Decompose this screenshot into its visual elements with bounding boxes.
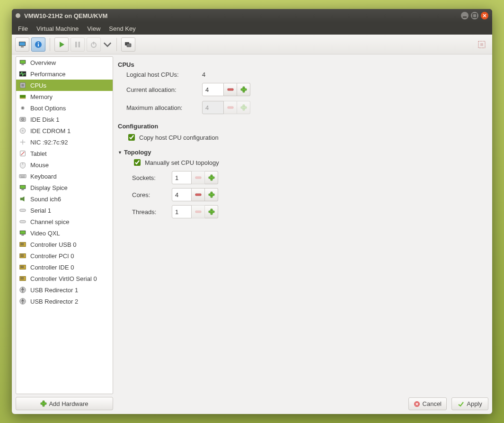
sidebar-item-channel-spice[interactable]: Channel spice (16, 216, 113, 227)
svg-rect-50 (22, 243, 24, 244)
threads-input[interactable] (172, 205, 192, 218)
sidebar-item-display-spice[interactable]: Display Spice (16, 182, 113, 193)
svg-rect-54 (21, 254, 22, 255)
sidebar-item-boot-options[interactable]: Boot Options (16, 102, 113, 114)
cancel-button[interactable]: Cancel (408, 397, 447, 410)
svg-rect-33 (19, 174, 26, 178)
copy-host-cpu-checkbox-row[interactable]: Copy host CPU configuration (126, 133, 487, 142)
copy-host-cpu-checkbox[interactable] (128, 134, 135, 141)
cores-increment[interactable] (205, 188, 218, 201)
sidebar-item-label: Boot Options (30, 105, 66, 112)
sockets-input[interactable] (172, 171, 192, 184)
svg-rect-18 (21, 64, 24, 65)
current-allocation-stepper (202, 83, 287, 96)
svg-rect-64 (21, 277, 22, 278)
sidebar-item-mouse[interactable]: Mouse (16, 159, 113, 171)
cores-decrement[interactable] (192, 188, 205, 201)
ctrl-icon (18, 240, 27, 249)
sidebar-item-video-qxl[interactable]: Video QXL (16, 227, 113, 239)
plus-icon (40, 400, 47, 407)
apply-icon (458, 401, 464, 407)
sidebar-item-usb-redirector-2[interactable]: USB Redirector 2 (16, 296, 113, 307)
svg-rect-49 (21, 243, 22, 244)
toolbar-play-button[interactable] (54, 37, 69, 52)
apply-button[interactable]: Apply (451, 397, 488, 410)
cores-input[interactable] (172, 188, 192, 201)
sidebar-item-label: NIC :92:7c:92 (30, 139, 68, 146)
sidebar-item-controller-pci-0[interactable]: Controller PCI 0 (16, 250, 113, 261)
svg-rect-0 (463, 17, 467, 18)
svg-rect-15 (480, 43, 483, 46)
monitor-icon (18, 58, 27, 67)
sidebar-item-performance[interactable]: Performance (16, 68, 113, 80)
screens-icon (124, 40, 133, 49)
chevron-down-icon (103, 40, 112, 49)
add-hardware-button[interactable]: Add Hardware (16, 397, 113, 410)
toolbar-fullscreen-button[interactable] (475, 37, 489, 52)
svg-rect-74 (241, 89, 247, 90)
sockets-increment[interactable] (205, 171, 218, 184)
apply-label: Apply (467, 400, 482, 407)
svg-rect-61 (21, 267, 22, 268)
sidebar-item-controller-ide-0[interactable]: Controller IDE 0 (16, 261, 113, 273)
section-topology-title: Topology (124, 149, 151, 156)
svg-rect-3 (19, 42, 25, 45)
sidebar-item-tablet[interactable]: Tablet (16, 148, 113, 159)
current-allocation-decrement[interactable] (224, 83, 237, 96)
content-area: OverviewPerformanceCPUsMemoryBoot Option… (12, 35, 492, 414)
window-maximize-button[interactable] (471, 12, 478, 19)
svg-rect-66 (21, 279, 22, 279)
svg-rect-62 (22, 267, 24, 268)
svg-rect-34 (20, 175, 21, 176)
usb-icon (18, 297, 27, 306)
toolbar-snapshots-button[interactable] (121, 37, 135, 52)
sidebar-item-controller-virtio-serial-0[interactable]: Controller VirtIO Serial 0 (16, 273, 113, 284)
svg-rect-23 (20, 98, 26, 99)
svg-rect-60 (22, 266, 24, 267)
pulse-icon (18, 70, 27, 78)
topology-expander[interactable]: ▼ Topology (118, 149, 487, 156)
manual-topology-checkbox[interactable] (134, 159, 141, 166)
logical-host-cpus-value: 4 (202, 71, 287, 78)
toolbar-console-button[interactable] (15, 37, 29, 52)
sidebar-item-label: Controller PCI 0 (30, 252, 74, 260)
menu-view[interactable]: View (83, 24, 105, 34)
sidebar-item-nic-92-7c-92[interactable]: NIC :92:7c:92 (16, 136, 113, 148)
sidebar-item-overview[interactable]: Overview (16, 57, 113, 68)
svg-rect-86 (209, 211, 214, 213)
sidebar-item-keyboard[interactable]: Keyboard (16, 171, 113, 182)
section-cpus-title: CPUs (118, 61, 487, 68)
cores-stepper (172, 188, 248, 201)
window-close-button[interactable] (481, 12, 488, 19)
sidebar-item-label: USB Redirector 1 (30, 287, 78, 294)
menu-virtual-machine[interactable]: Virtual Machine (32, 24, 83, 34)
sidebar-item-usb-redirector-1[interactable]: USB Redirector 1 (16, 284, 113, 296)
current-allocation-input[interactable] (202, 83, 224, 96)
sidebar-item-label: Controller IDE 0 (30, 264, 74, 271)
sidebar-item-memory[interactable]: Memory (16, 91, 113, 102)
sidebar-item-cpus[interactable]: CPUs (16, 80, 113, 91)
logical-host-cpus-label: Logical host CPUs: (126, 71, 202, 78)
current-allocation-increment[interactable] (237, 83, 250, 96)
fullscreen-icon (477, 40, 486, 49)
threads-label: Threads: (132, 208, 168, 216)
menu-send-key[interactable]: Send Key (105, 24, 140, 34)
sidebar-item-ide-disk-1[interactable]: IDE Disk 1 (16, 114, 113, 125)
keyboard-icon (18, 172, 27, 180)
manual-topology-checkbox-row[interactable]: Manually set CPU topology (132, 158, 487, 167)
toolbar-power-button[interactable] (87, 37, 101, 52)
sidebar-item-ide-cdrom-1[interactable]: IDE CDROM 1 (16, 125, 113, 136)
sidebar-item-label: IDE CDROM 1 (30, 127, 71, 135)
menu-file[interactable]: File (14, 24, 32, 34)
toolbar-pause-button[interactable] (71, 37, 85, 52)
sidebar-item-sound-ich6[interactable]: Sound ich6 (16, 193, 113, 205)
sidebar-item-controller-usb-0[interactable]: Controller USB 0 (16, 239, 113, 250)
button-bar: Cancel Apply (408, 397, 488, 410)
toolbar-power-menu-button[interactable] (103, 37, 112, 52)
sidebar-item-serial-1[interactable]: Serial 1 (16, 205, 113, 216)
threads-increment[interactable] (205, 205, 218, 218)
threads-decrement[interactable] (192, 205, 205, 218)
toolbar-info-button[interactable] (31, 37, 45, 52)
sockets-decrement[interactable] (192, 171, 205, 184)
window-minimize-button[interactable] (461, 12, 469, 19)
